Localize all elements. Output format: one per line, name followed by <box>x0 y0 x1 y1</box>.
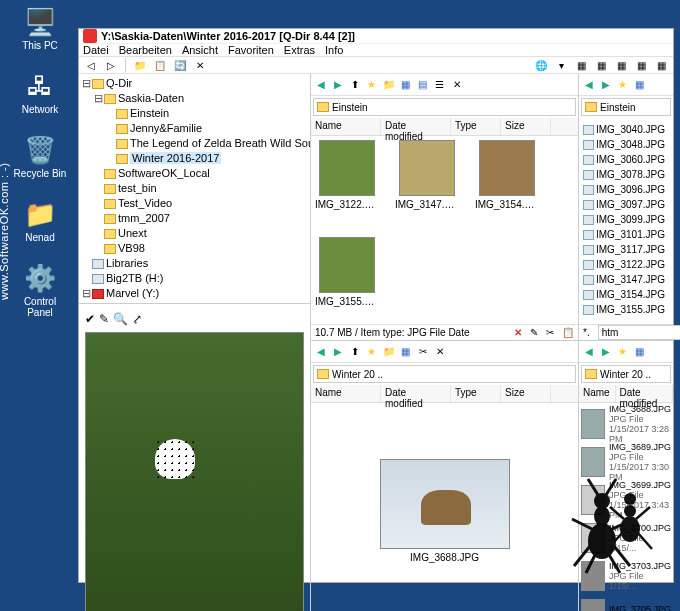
brush-icon[interactable]: ✎ <box>99 312 109 326</box>
tree-item[interactable]: Jenny&Familie <box>81 121 308 136</box>
list-item[interactable]: IMG_3705.JPGJPG File <box>581 595 671 611</box>
titlebar[interactable]: Y:\Saskia-Daten\Winter 2016-2017 [Q-Dir … <box>79 29 673 44</box>
layout-icon[interactable]: ▾ <box>553 57 569 73</box>
list-item[interactable]: IMG_3122.JPG <box>583 257 669 272</box>
back-icon[interactable]: ◀ <box>581 344 596 359</box>
copy-icon[interactable]: 📋 <box>152 57 168 73</box>
edit-icon[interactable]: ✎ <box>530 327 538 338</box>
menu-extras[interactable]: Extras <box>284 44 315 56</box>
ext-filter-input[interactable] <box>598 325 680 340</box>
tree-item[interactable]: Test_Video <box>81 196 308 211</box>
close-icon[interactable]: ✕ <box>432 344 447 359</box>
file-thumb[interactable]: IMG_3688.JPG <box>375 459 515 563</box>
desktop-icon[interactable]: 🖥️ This PC <box>10 6 70 51</box>
list-item[interactable]: IMG_3154.JPG <box>583 287 669 302</box>
list-item[interactable]: IMG_3688.JPGJPG File1/15/2017 3:28 PM <box>581 405 671 443</box>
file-thumb[interactable]: IMG_3154.JPG <box>475 140 539 223</box>
list-item[interactable]: IMG_3147.JPG <box>583 272 669 287</box>
newfolder-icon[interactable]: 📁 <box>132 57 148 73</box>
tree-item[interactable]: VB98 <box>81 241 308 256</box>
breadcrumb[interactable]: Einstein <box>581 98 671 116</box>
menu-datei[interactable]: Datei <box>83 44 109 56</box>
column-headers[interactable]: Name Date modified <box>579 385 673 403</box>
close-icon[interactable]: ✕ <box>192 57 208 73</box>
preview-image[interactable] <box>85 332 304 611</box>
menu-ansicht[interactable]: Ansicht <box>182 44 218 56</box>
up-icon[interactable]: ⬆ <box>347 77 362 92</box>
folder-tree[interactable]: ⊟Q-Dir⊟Saskia-DatenEinsteinJenny&Familie… <box>79 74 310 304</box>
grid2-icon[interactable]: ▦ <box>593 57 609 73</box>
folder-icon[interactable]: 📁 <box>381 344 396 359</box>
file-area[interactable]: IMG_3688.JPG <box>311 403 578 611</box>
list-item[interactable]: IMG_3078.JPG <box>583 167 669 182</box>
paste-icon[interactable]: 📋 <box>562 327 574 338</box>
close-icon[interactable]: ✕ <box>514 327 522 338</box>
column-headers[interactable]: Name Date modified Type Size <box>311 118 578 136</box>
tree-item[interactable]: Unext <box>81 226 308 241</box>
fwd-icon[interactable]: ▷ <box>103 57 119 73</box>
tree-item[interactable]: test_bin <box>81 181 308 196</box>
back-icon[interactable]: ◀ <box>313 344 328 359</box>
list-item[interactable]: IMG_3099.JPG <box>583 212 669 227</box>
view-icon[interactable]: ▦ <box>398 344 413 359</box>
desktop-icon[interactable]: ⚙️ Control Panel <box>10 262 70 318</box>
list-item[interactable]: IMG_3040.JPG <box>583 122 669 137</box>
check-icon[interactable]: ✔ <box>85 312 95 326</box>
file-list[interactable]: IMG_3040.JPGIMG_3048.JPGIMG_3060.JPGIMG_… <box>579 118 673 324</box>
back-icon[interactable]: ◁ <box>83 57 99 73</box>
list-item[interactable]: IMG_3117.JPG <box>583 242 669 257</box>
fwd-icon[interactable]: ▶ <box>330 344 345 359</box>
tree-item[interactable]: SoftwareOK_Local <box>81 166 308 181</box>
grid-icon[interactable]: ▦ <box>573 57 589 73</box>
cut-icon[interactable]: ✂ <box>546 327 554 338</box>
file-thumb[interactable]: IMG_3122.JPG <box>315 140 379 223</box>
refresh-icon[interactable]: 🔄 <box>172 57 188 73</box>
up-icon[interactable]: ⬆ <box>347 344 362 359</box>
list-item[interactable]: IMG_3096.JPG <box>583 182 669 197</box>
menu-info[interactable]: Info <box>325 44 343 56</box>
tree-item[interactable]: The Legend of Zelda Breath Wild Sound <box>81 136 308 151</box>
grid3-icon[interactable]: ▦ <box>613 57 629 73</box>
globe-icon[interactable]: 🌐 <box>533 57 549 73</box>
breadcrumb[interactable]: Winter 20 .. <box>313 365 576 383</box>
file-thumb[interactable]: IMG_3155.JPG <box>315 237 379 320</box>
fwd-icon[interactable]: ▶ <box>598 77 613 92</box>
list-item[interactable]: IMG_3060.JPG <box>583 152 669 167</box>
close-icon[interactable]: ✕ <box>449 77 464 92</box>
cut-icon[interactable]: ✂ <box>415 344 430 359</box>
desktop-icon[interactable]: 🗑️ Recycle Bin <box>10 134 70 179</box>
star-icon[interactable]: ★ <box>615 77 630 92</box>
grid5-icon[interactable]: ▦ <box>653 57 669 73</box>
tree-item[interactable]: Libraries <box>81 256 308 271</box>
view3-icon[interactable]: ☰ <box>432 77 447 92</box>
breadcrumb[interactable]: Einstein <box>313 98 576 116</box>
folder-icon[interactable]: 📁 <box>381 77 396 92</box>
back-icon[interactable]: ◀ <box>581 77 596 92</box>
view-icon[interactable]: ▦ <box>632 77 647 92</box>
fwd-icon[interactable]: ▶ <box>598 344 613 359</box>
view-icon[interactable]: ▦ <box>398 77 413 92</box>
list-item[interactable]: IMG_3048.JPG <box>583 137 669 152</box>
column-headers[interactable]: Name Date modified Type Size <box>311 385 578 403</box>
star-icon[interactable]: ★ <box>615 344 630 359</box>
file-thumb[interactable]: IMG_3147.JPG <box>395 140 459 223</box>
breadcrumb[interactable]: Winter 20 .. <box>581 365 671 383</box>
tree-item[interactable]: Einstein <box>81 106 308 121</box>
tree-item[interactable]: ⊟Saskia-Daten <box>81 91 308 106</box>
list-item[interactable]: IMG_3101.JPG <box>583 227 669 242</box>
view2-icon[interactable]: ▤ <box>415 77 430 92</box>
tree-item[interactable]: ⊟Marvel (Y:) <box>81 286 308 301</box>
list-item[interactable]: IMG_3155.JPG <box>583 302 669 317</box>
tree-item[interactable]: tmm_2007 <box>81 211 308 226</box>
menu-favoriten[interactable]: Favoriten <box>228 44 274 56</box>
back-icon[interactable]: ◀ <box>313 77 328 92</box>
menu-bearbeiten[interactable]: Bearbeiten <box>119 44 172 56</box>
tree-item[interactable]: Big2TB (H:) <box>81 271 308 286</box>
grid4-icon[interactable]: ▦ <box>633 57 649 73</box>
desktop-icon[interactable]: 🖧 Network <box>10 70 70 115</box>
tree-item[interactable]: Winter 2016-2017 <box>81 151 308 166</box>
list-item[interactable]: IMG_3097.JPG <box>583 197 669 212</box>
tree-item[interactable]: ⊟Q-Dir <box>81 76 308 91</box>
send-icon[interactable]: ⤤ <box>132 312 142 326</box>
thumbnail-grid[interactable]: IMG_3122.JPGIMG_3147.JPGIMG_3154.JPGIMG_… <box>311 136 578 324</box>
